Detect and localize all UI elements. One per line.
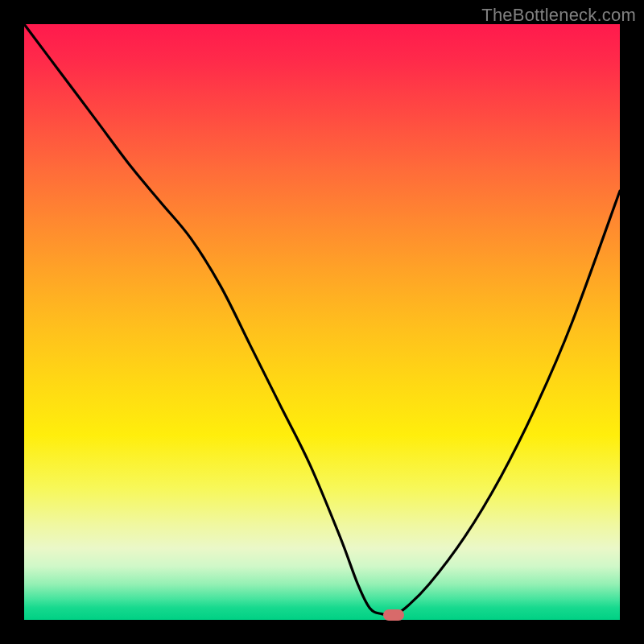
curve-path	[24, 24, 620, 615]
bottleneck-curve	[24, 24, 620, 620]
optimum-marker	[383, 609, 404, 621]
plot-area	[24, 24, 620, 620]
watermark-text: TheBottleneck.com	[481, 5, 636, 26]
chart-frame: TheBottleneck.com	[0, 0, 644, 644]
